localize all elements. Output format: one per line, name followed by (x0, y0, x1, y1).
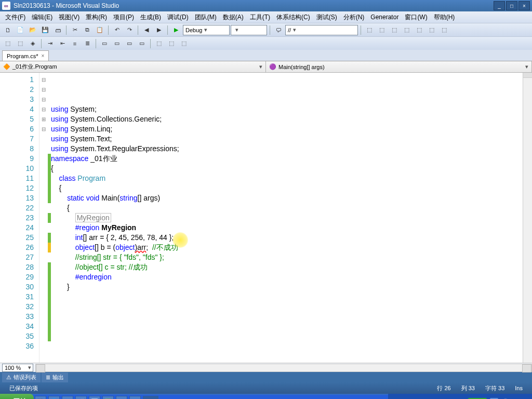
menu-team[interactable]: 团队(M) (192, 12, 220, 23)
menu-edit[interactable]: 编辑(E) (29, 12, 56, 23)
menu-project[interactable]: 项目(P) (110, 12, 137, 23)
win4-icon[interactable]: ▭ (136, 38, 148, 49)
undo-icon[interactable]: ↶ (111, 24, 123, 36)
win3-icon[interactable]: ▭ (124, 38, 135, 49)
tab-output[interactable]: ≣ 输出 (42, 373, 68, 382)
nav-back-icon[interactable]: ◀ (141, 24, 152, 36)
taskbar-app-5[interactable]: 📊 (89, 396, 100, 399)
menu-debug[interactable]: 调试(D) (164, 12, 192, 23)
member-label: Main(string[] args) (278, 64, 325, 70)
redo-icon[interactable]: ↷ (124, 24, 135, 36)
format2-icon[interactable]: ≣ (82, 38, 93, 49)
start-button[interactable]: ⊞ 开始 (0, 394, 34, 399)
uncomment-icon[interactable]: ⬚ (15, 38, 26, 49)
vertical-scrollbar[interactable] (523, 73, 532, 363)
system-tray: Browsers» Tools» Wps» 100% Ξ 🔊 9:20 ▸ (388, 394, 532, 399)
paste-icon[interactable]: 📋 (94, 24, 105, 36)
win2-icon[interactable]: ▭ (111, 38, 123, 49)
outdent-icon[interactable]: ⇤ (57, 38, 68, 49)
taskbar-app-6[interactable]: 🟩 (102, 396, 114, 399)
windows-taskbar: ⊞ 开始 📓 🌐 📁 🎬 📊 🟩 📷 🖥 ∞ Browsers» Tools» … (0, 394, 532, 399)
misc7-icon[interactable]: ⬚ (438, 24, 450, 36)
editor[interactable]: 1234567891011121322232425262728293031323… (0, 73, 532, 363)
taskbar-app-4[interactable]: 🎬 (75, 396, 87, 399)
bookmark-icon[interactable]: ◈ (27, 38, 38, 49)
find-icon[interactable]: 🗩 (273, 24, 284, 36)
misc6-icon[interactable]: ⬚ (426, 24, 437, 36)
new-project-icon[interactable]: 🗋 (2, 24, 14, 36)
misc-icon[interactable]: ⬚ (364, 24, 375, 36)
menu-test[interactable]: 测试(S) (313, 12, 340, 23)
member-dropdown[interactable]: 🟣 Main(string[] args) (266, 61, 532, 72)
misc2-icon[interactable]: ⬚ (376, 24, 388, 36)
menu-help[interactable]: 帮助(H) (431, 12, 458, 23)
misc3-icon[interactable]: ⬚ (389, 24, 400, 36)
status-line: 行 26 (432, 384, 456, 392)
find-combo[interactable]: // (285, 25, 358, 35)
window-buttons: _ □ × (494, 1, 530, 10)
document-tabstrip: Program.cs* × (0, 50, 532, 61)
menu-architecture[interactable]: 体系结构(C) (273, 12, 313, 23)
comment-icon[interactable]: ⬚ (2, 38, 14, 49)
new-file-icon[interactable]: 📄 (15, 24, 26, 36)
menu-file[interactable]: 文件(F) (2, 12, 29, 23)
extra2-icon[interactable]: ⬚ (166, 38, 177, 49)
taskbar-app-3[interactable]: 📁 (62, 396, 73, 399)
tab-program-cs[interactable]: Program.cs* × (2, 50, 49, 61)
save-all-icon[interactable]: 🗃 (52, 24, 63, 36)
taskbar-app-7[interactable]: 📷 (116, 396, 127, 399)
menu-generator[interactable]: Generator (367, 12, 402, 22)
zoom-dropdown[interactable]: 100 % (2, 364, 33, 372)
taskbar-app-1[interactable]: 📓 (35, 396, 46, 399)
taskbar-app-2[interactable]: 🌐 (48, 396, 60, 399)
restore-button[interactable]: □ (506, 1, 517, 10)
cut-icon[interactable]: ✂ (69, 24, 81, 36)
start-debug-icon[interactable]: ▶ (170, 24, 182, 36)
horizontal-scrollbar[interactable] (35, 364, 532, 372)
format-icon[interactable]: ≡ (69, 38, 81, 49)
window-title: Sln20130613 - Microsoft Visual Studio (14, 2, 494, 9)
misc5-icon[interactable]: ⬚ (414, 24, 425, 36)
status-col: 列 33 (456, 384, 480, 392)
save-icon[interactable]: 💾 (39, 24, 51, 36)
splitter-icon[interactable] (523, 73, 532, 78)
indent-icon[interactable]: ⇥ (44, 38, 56, 49)
misc4-icon[interactable]: ⬚ (401, 24, 413, 36)
separator (66, 25, 66, 35)
menu-window[interactable]: 窗口(W) (402, 12, 430, 23)
minimize-button[interactable]: _ (494, 1, 505, 10)
class-icon: 🔶 (3, 63, 10, 71)
toolbar-standard: 🗋 📄 📂 💾 🗃 ✂ ⧉ 📋 ↶ ↷ ◀ ▶ ▶ Debug 🗩 // ⬚ ⬚… (0, 23, 532, 36)
code-area[interactable]: using System;using System.Collections.Ge… (51, 73, 523, 363)
config-dropdown[interactable]: Debug (183, 25, 230, 35)
status-ins: Ins (510, 385, 528, 391)
separator (108, 25, 109, 35)
fold-column[interactable]: ⊟⊟⊟⊟⊞⊟ (39, 73, 48, 363)
open-icon[interactable]: 📂 (27, 24, 38, 36)
separator (41, 39, 42, 48)
menu-view[interactable]: 视图(V) (56, 12, 83, 23)
win1-icon[interactable]: ▭ (99, 38, 110, 49)
status-char: 字符 33 (480, 384, 510, 392)
taskbar-app-vs[interactable]: ∞ (143, 396, 158, 399)
method-icon: 🟣 (269, 63, 276, 71)
extra1-icon[interactable]: ⬚ (153, 38, 165, 49)
menu-refactor[interactable]: 重构(R) (83, 12, 110, 23)
extra3-icon[interactable]: ⬚ (178, 38, 190, 49)
menu-tools[interactable]: 工具(T) (247, 12, 273, 23)
tab-close-icon[interactable]: × (42, 53, 45, 59)
platform-dropdown[interactable] (231, 25, 267, 35)
separator (138, 25, 138, 35)
type-dropdown[interactable]: 🔶 _01作业.Program (0, 61, 266, 72)
taskbar-app-8[interactable]: 🖥 (129, 396, 141, 399)
close-button[interactable]: × (518, 1, 530, 10)
statusbar: 已保存的项 行 26 列 33 字符 33 Ins (0, 382, 532, 394)
nav-fwd-icon[interactable]: ▶ (153, 24, 165, 36)
tab-error-list[interactable]: ⚠ 错误列表 (2, 373, 41, 382)
menu-data[interactable]: 数据(A) (220, 12, 247, 23)
copy-icon[interactable]: ⧉ (82, 24, 93, 36)
separator (361, 25, 361, 35)
menu-analyze[interactable]: 分析(N) (340, 12, 368, 23)
menu-build[interactable]: 生成(B) (137, 12, 164, 23)
separator (270, 25, 270, 35)
